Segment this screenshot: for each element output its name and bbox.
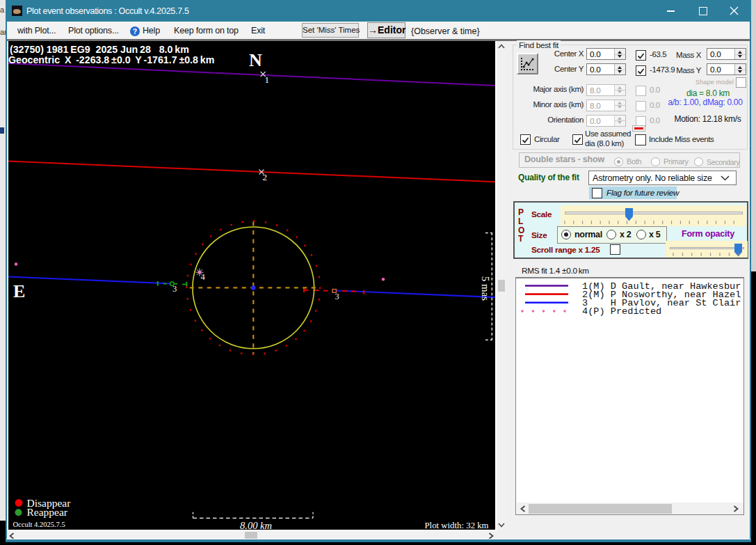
svg-text:Geocentric X -2263.8 ±0.0 Y: Geocentric X -2263.8 ±0.0 Y -1761.7 ±0.8… xyxy=(8,54,214,65)
svg-text:N: N xyxy=(249,50,262,70)
svg-text:3: 3 xyxy=(335,292,339,301)
svg-text:5 mas: 5 mas xyxy=(480,276,491,301)
svg-text:2: 2 xyxy=(263,172,268,182)
svg-text:E: E xyxy=(13,281,25,301)
svg-text:Occult 4.2025.7.5: Occult 4.2025.7.5 xyxy=(13,521,65,528)
svg-text:3: 3 xyxy=(172,284,177,294)
svg-text:8.00 km: 8.00 km xyxy=(240,520,272,530)
svg-text:Reappear: Reappear xyxy=(27,506,68,518)
svg-text:4: 4 xyxy=(201,272,206,282)
svg-text:1: 1 xyxy=(265,74,270,85)
svg-text:Plot width: 32 km: Plot width: 32 km xyxy=(425,521,489,530)
svg-text:4(P) Predicted: 4(P) Predicted xyxy=(582,306,661,317)
